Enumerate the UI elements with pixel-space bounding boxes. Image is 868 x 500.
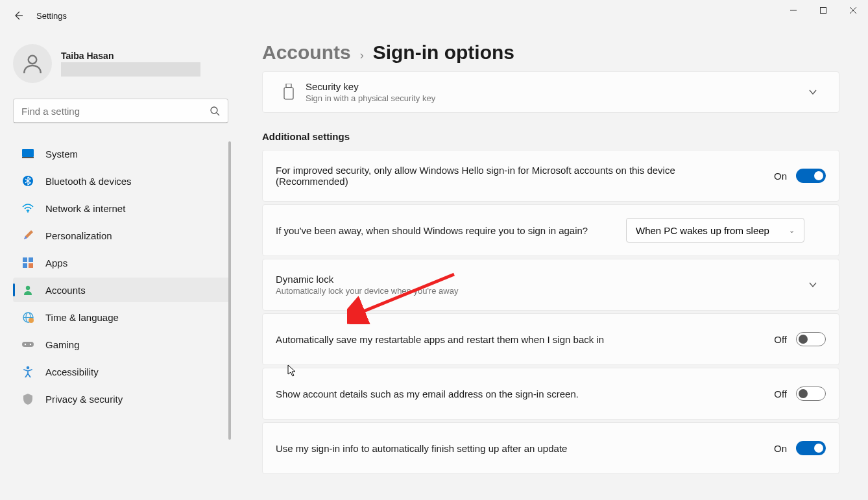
sidebar-item-system[interactable]: System xyxy=(13,141,230,166)
content-pane: Accounts › Sign-in options Security key … xyxy=(247,31,855,500)
wifi-icon xyxy=(22,202,34,214)
sidebar-item-label: System xyxy=(45,149,78,160)
paintbrush-icon xyxy=(22,230,34,241)
svg-rect-13 xyxy=(23,263,27,268)
svg-rect-24 xyxy=(286,84,291,88)
close-button[interactable] xyxy=(838,0,868,21)
chevron-right-icon: › xyxy=(360,49,364,62)
svg-rect-25 xyxy=(284,88,293,99)
profile-block[interactable]: Taiba Hasan xyxy=(13,44,230,83)
svg-rect-12 xyxy=(29,257,33,262)
sidebar-item-label: Privacy & security xyxy=(45,394,123,405)
title-bar: Settings xyxy=(0,0,868,31)
bluetooth-icon xyxy=(22,175,34,187)
nav-list: System Bluetooth & devices Network & int… xyxy=(13,141,230,411)
chevron-down-icon xyxy=(800,88,826,97)
back-button[interactable] xyxy=(5,10,31,21)
toggle-state: On xyxy=(774,443,787,454)
row-desc: Automatically lock your device when you'… xyxy=(276,286,787,296)
row-text: If you've been away, when should Windows… xyxy=(276,225,613,236)
sidebar-item-network[interactable]: Network & internet xyxy=(13,196,230,220)
row-text: Use my sign-in info to automatically fin… xyxy=(276,443,761,454)
breadcrumb-parent[interactable]: Accounts xyxy=(262,42,351,64)
sidebar-item-label: Apps xyxy=(45,257,67,268)
svg-point-4 xyxy=(29,56,37,64)
toggle-state: On xyxy=(774,171,787,182)
sidebar-item-apps[interactable]: Apps xyxy=(13,250,230,275)
svg-point-10 xyxy=(27,211,29,212)
sidebar-item-label: Gaming xyxy=(45,339,80,350)
signin-info-toggle[interactable] xyxy=(796,441,826,455)
svg-point-22 xyxy=(30,344,31,345)
usb-key-icon xyxy=(276,84,302,101)
sidebar-item-label: Accounts xyxy=(45,285,86,296)
sidebar-item-label: Bluetooth & devices xyxy=(45,176,132,187)
sidebar-item-time-language[interactable]: Time & language xyxy=(13,305,230,329)
away-require-dropdown[interactable]: When PC wakes up from sleep ⌄ xyxy=(626,218,804,243)
chevron-down-icon: ⌄ xyxy=(789,226,795,235)
system-icon xyxy=(22,148,34,160)
svg-point-23 xyxy=(27,366,30,370)
minimize-button[interactable] xyxy=(778,0,808,21)
sidebar-scrollbar[interactable] xyxy=(228,141,231,440)
section-header: Additional settings xyxy=(262,131,839,142)
dynamic-lock-row[interactable]: Dynamic lock Automatically lock your dev… xyxy=(262,259,839,311)
sidebar-item-accessibility[interactable]: Accessibility xyxy=(13,359,230,384)
sidebar-item-personalization[interactable]: Personalization xyxy=(13,223,230,248)
accessibility-icon xyxy=(22,366,34,377)
svg-point-21 xyxy=(25,344,26,345)
restart-apps-toggle[interactable] xyxy=(796,332,826,346)
svg-point-15 xyxy=(26,286,30,290)
sidebar-item-gaming[interactable]: Gaming xyxy=(13,332,230,357)
shield-icon xyxy=(22,393,34,405)
svg-point-5 xyxy=(211,107,217,113)
svg-rect-1 xyxy=(821,8,826,14)
gamepad-icon xyxy=(22,339,34,350)
account-details-row: Show account details such as my email ad… xyxy=(262,368,839,420)
toggle-state: Off xyxy=(774,388,787,399)
row-text: For improved security, only allow Window… xyxy=(276,165,691,187)
sidebar-item-label: Time & language xyxy=(45,312,119,323)
away-require-row: If you've been away, when should Windows… xyxy=(262,204,839,256)
sidebar-item-privacy[interactable]: Privacy & security xyxy=(13,387,230,411)
sidebar-item-label: Network & internet xyxy=(45,203,125,214)
arrow-left-icon xyxy=(13,10,23,21)
chevron-down-icon xyxy=(800,280,826,289)
page-title: Sign-in options xyxy=(373,42,514,64)
maximize-button[interactable] xyxy=(808,0,838,21)
apps-icon xyxy=(22,257,34,268)
sidebar-item-label: Personalization xyxy=(45,230,112,241)
account-details-toggle[interactable] xyxy=(796,387,826,401)
row-title: Dynamic lock xyxy=(276,274,787,285)
sidebar: Taiba Hasan System Bluetooth & devices N… xyxy=(0,31,234,500)
toggle-state: Off xyxy=(774,334,787,345)
globe-clock-icon xyxy=(22,311,34,323)
svg-rect-20 xyxy=(22,342,34,347)
hello-only-toggle[interactable] xyxy=(796,169,826,183)
signin-info-row: Use my sign-in info to automatically fin… xyxy=(262,422,839,474)
svg-rect-8 xyxy=(22,157,34,158)
security-key-row[interactable]: Security key Sign in with a physical sec… xyxy=(262,71,839,113)
profile-email-redacted xyxy=(61,62,200,77)
search-input[interactable] xyxy=(21,106,210,117)
app-title: Settings xyxy=(36,11,67,21)
search-box[interactable] xyxy=(13,99,228,123)
svg-line-6 xyxy=(217,113,219,115)
sidebar-item-accounts[interactable]: Accounts xyxy=(13,278,230,302)
svg-rect-14 xyxy=(29,263,33,268)
svg-rect-11 xyxy=(23,257,27,262)
row-desc: Sign in with a physical security key xyxy=(306,93,787,103)
row-text: Show account details such as my email ad… xyxy=(276,388,761,399)
profile-name: Taiba Hasan xyxy=(61,51,200,61)
row-title: Security key xyxy=(306,81,787,92)
avatar xyxy=(13,44,52,83)
svg-point-19 xyxy=(29,318,34,323)
window-controls xyxy=(778,0,868,21)
row-text: Automatically save my restartable apps a… xyxy=(276,334,761,345)
restart-apps-row: Automatically save my restartable apps a… xyxy=(262,313,839,365)
person-icon xyxy=(22,284,34,296)
svg-rect-7 xyxy=(22,149,34,157)
sidebar-item-bluetooth[interactable]: Bluetooth & devices xyxy=(13,169,230,193)
sidebar-item-label: Accessibility xyxy=(45,366,99,377)
profile-info: Taiba Hasan xyxy=(61,51,200,77)
